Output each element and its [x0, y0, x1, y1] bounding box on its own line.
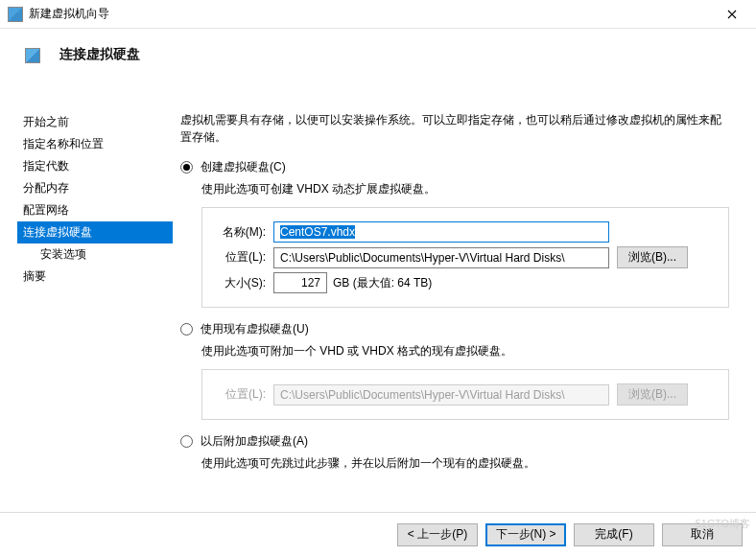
next-button[interactable]: 下一步(N) > — [485, 523, 566, 546]
create-vhd-description: 使用此选项可创建 VHDX 动态扩展虚拟硬盘。 — [201, 181, 729, 197]
attach-later-description: 使用此选项可先跳过此步骤，并在以后附加一个现有的虚拟硬盘。 — [201, 455, 729, 472]
radio-attach-later[interactable] — [180, 435, 193, 448]
radio-attach-later-label: 以后附加虚拟硬盘(A) — [201, 433, 308, 450]
wizard-footer: < 上一步(P) 下一步(N) > 完成(F) 取消 — [0, 512, 756, 556]
step-install-options[interactable]: 安装选项 — [17, 243, 173, 266]
size-label: 大小(S): — [214, 275, 266, 291]
step-summary[interactable]: 摘要 — [17, 266, 173, 288]
wizard-sidebar: 开始之前 指定名称和位置 指定代数 分配内存 配置网络 连接虚拟硬盘 安装选项 … — [0, 90, 173, 512]
radio-existing-vhd-label: 使用现有虚拟硬盘(U) — [201, 321, 309, 337]
name-label: 名称(M): — [214, 224, 266, 241]
app-icon — [8, 7, 23, 22]
close-icon — [727, 10, 737, 19]
finish-button[interactable]: 完成(F) — [574, 523, 654, 546]
wizard-header: 连接虚拟硬盘 — [0, 29, 756, 77]
step-name-location[interactable]: 指定名称和位置 — [17, 133, 173, 155]
existing-vhd-description: 使用此选项可附加一个 VHD 或 VHDX 格式的现有虚拟硬盘。 — [201, 343, 729, 359]
name-input[interactable] — [273, 221, 609, 243]
previous-button[interactable]: < 上一步(P) — [397, 523, 478, 546]
cancel-button[interactable]: 取消 — [662, 523, 743, 546]
step-memory[interactable]: 分配内存 — [17, 177, 173, 199]
page-title: 连接虚拟硬盘 — [59, 46, 140, 63]
radio-create-vhd[interactable] — [180, 161, 193, 174]
size-input[interactable] — [273, 272, 327, 293]
step-before-begin[interactable]: 开始之前 — [17, 111, 173, 133]
radio-create-vhd-label: 创建虚拟硬盘(C) — [201, 159, 286, 175]
step-generation[interactable]: 指定代数 — [17, 155, 173, 177]
existing-browse-button: 浏览(B)... — [617, 383, 688, 405]
browse-button[interactable]: 浏览(B)... — [617, 246, 688, 268]
existing-location-label: 位置(L): — [214, 386, 266, 403]
radio-existing-vhd[interactable] — [180, 323, 193, 336]
titlebar: 新建虚拟机向导 — [0, 0, 756, 29]
step-connect-vhd[interactable]: 连接虚拟硬盘 — [17, 221, 173, 243]
size-unit: GB (最大值: 64 TB) — [333, 275, 432, 291]
close-button[interactable] — [712, 1, 752, 28]
existing-vhd-fields: 位置(L): 浏览(B)... — [201, 369, 729, 420]
create-vhd-fields: 名称(M): 位置(L): 浏览(B)... 大小(S): GB (最大值: 6… — [201, 207, 729, 308]
step-network[interactable]: 配置网络 — [17, 199, 173, 221]
wizard-icon — [25, 48, 40, 63]
window-title: 新建虚拟机向导 — [29, 6, 712, 22]
location-label: 位置(L): — [214, 249, 266, 266]
option-attach-later: 以后附加虚拟硬盘(A) 使用此选项可先跳过此步骤，并在以后附加一个现有的虚拟硬盘… — [180, 433, 729, 472]
option-existing-vhd: 使用现有虚拟硬盘(U) 使用此选项可附加一个 VHD 或 VHDX 格式的现有虚… — [180, 321, 729, 420]
option-create-vhd: 创建虚拟硬盘(C) 使用此选项可创建 VHDX 动态扩展虚拟硬盘。 名称(M):… — [180, 159, 729, 308]
location-input[interactable] — [273, 247, 609, 268]
intro-text: 虚拟机需要具有存储，以便可以安装操作系统。可以立即指定存储，也可以稍后通过修改虚… — [180, 111, 729, 146]
existing-location-input — [273, 384, 609, 405]
wizard-main: 虚拟机需要具有存储，以便可以安装操作系统。可以立即指定存储，也可以稍后通过修改虚… — [173, 90, 756, 512]
